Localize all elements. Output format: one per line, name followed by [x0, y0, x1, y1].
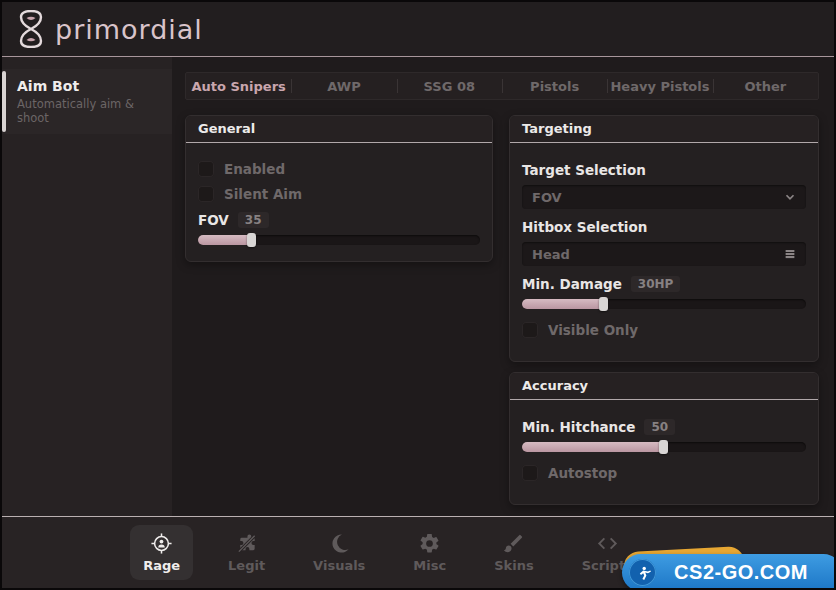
main-content: Auto Snipers AWP SSG 08 Pistols Heavy Pi… — [172, 57, 834, 516]
crosshair-person-icon — [150, 532, 173, 555]
panel-targeting: Targeting Target Selection FOV Hitbox Se… — [509, 115, 819, 362]
tab-auto-snipers[interactable]: Auto Snipers — [186, 73, 291, 99]
primordial-window: primordial Aim Bot Automatically aim & s… — [0, 0, 836, 590]
tab-ssg-08[interactable]: SSG 08 — [397, 73, 502, 99]
hitbox-selection-value: Head — [532, 247, 570, 262]
chevron-down-icon — [783, 190, 797, 204]
checkbox-silent-aim[interactable]: Silent Aim — [198, 186, 480, 202]
watermark-text: CS2-GO.COM — [674, 561, 808, 584]
tab-heavy-pistols[interactable]: Heavy Pistols — [607, 73, 712, 99]
nav-label: Rage — [143, 558, 180, 573]
checkbox-label: Enabled — [224, 161, 285, 177]
bottom-nav: Rage Legit Visuals Misc — [2, 516, 834, 588]
sidebar: Aim Bot Automatically aim & shoot — [2, 57, 172, 516]
checkbox-label: Silent Aim — [224, 186, 302, 202]
checkbox-label: Visible Only — [548, 322, 638, 338]
slider-handle[interactable] — [247, 233, 256, 247]
min-hitchance-slider[interactable] — [522, 442, 806, 452]
checkbox-box[interactable] — [198, 161, 214, 177]
min-damage-label: Min. Damage — [522, 276, 622, 292]
list-menu-icon — [783, 247, 797, 261]
hitbox-selection-dropdown[interactable]: Head — [522, 242, 806, 266]
panel-general-title: General — [186, 116, 492, 143]
checkbox-box[interactable] — [522, 322, 538, 338]
sidebar-item-title: Aim Bot — [17, 78, 160, 94]
nav-item-legit[interactable]: Legit — [215, 525, 278, 580]
puzzle-slash-icon — [235, 532, 258, 555]
tab-pistols[interactable]: Pistols — [502, 73, 607, 99]
brand-name: primordial — [55, 14, 203, 45]
nav-item-misc[interactable]: Misc — [400, 525, 459, 580]
nav-label: Legit — [228, 558, 265, 573]
column-right: Targeting Target Selection FOV Hitbox Se… — [509, 115, 819, 505]
weapon-tabs: Auto Snipers AWP SSG 08 Pistols Heavy Pi… — [185, 72, 819, 100]
column-left: General Enabled Silent Aim FOV — [185, 115, 493, 262]
moon-icon — [328, 532, 351, 555]
fov-slider[interactable] — [198, 235, 480, 245]
slider-handle[interactable] — [659, 440, 668, 454]
nav-item-visuals[interactable]: Visuals — [300, 525, 378, 580]
panel-columns: General Enabled Silent Aim FOV — [185, 115, 819, 505]
nav-item-skins[interactable]: Skins — [481, 525, 546, 580]
tab-awp[interactable]: AWP — [291, 73, 396, 99]
panel-accuracy-title: Accuracy — [510, 373, 818, 400]
min-hitchance-value-badge: 50 — [644, 419, 675, 435]
checkbox-label: Autostop — [548, 465, 617, 481]
fov-label: FOV — [198, 212, 229, 228]
code-icon — [596, 532, 619, 555]
primordial-logo-icon — [16, 10, 46, 48]
sidebar-item-subtitle: Automatically aim & shoot — [17, 97, 160, 125]
nav-label: Visuals — [313, 558, 365, 573]
checkbox-box[interactable] — [198, 186, 214, 202]
cs-player-icon — [635, 565, 651, 581]
gear-icon — [418, 532, 441, 555]
checkbox-box[interactable] — [522, 465, 538, 481]
checkbox-autostop[interactable]: Autostop — [522, 465, 806, 481]
tab-other[interactable]: Other — [713, 73, 818, 99]
target-selection-value: FOV — [532, 190, 562, 205]
slider-handle[interactable] — [599, 297, 608, 311]
target-selection-dropdown[interactable]: FOV — [522, 185, 806, 209]
checkbox-visible-only[interactable]: Visible Only — [522, 322, 806, 338]
min-damage-value-badge: 30HP — [631, 276, 681, 292]
sidebar-item-aim-bot[interactable]: Aim Bot Automatically aim & shoot — [2, 69, 172, 134]
panel-targeting-title: Targeting — [510, 116, 818, 143]
panel-general: General Enabled Silent Aim FOV — [185, 115, 493, 262]
panel-accuracy: Accuracy Min. Hitchance 50 Aut — [509, 372, 819, 505]
hitbox-selection-label: Hitbox Selection — [522, 219, 647, 235]
brush-icon — [502, 532, 525, 555]
min-hitchance-label: Min. Hitchance — [522, 419, 635, 435]
target-selection-label: Target Selection — [522, 162, 646, 178]
checkbox-enabled[interactable]: Enabled — [198, 161, 480, 177]
nav-label: Skins — [494, 558, 533, 573]
watermark-cs2go: CS2-GO.COM — [622, 554, 836, 590]
nav-item-rage[interactable]: Rage — [130, 525, 193, 580]
fov-value-badge: 35 — [238, 212, 269, 228]
window-body: Aim Bot Automatically aim & shoot Auto S… — [2, 57, 834, 516]
nav-label: Misc — [413, 558, 446, 573]
titlebar: primordial — [2, 2, 834, 57]
min-damage-slider[interactable] — [522, 299, 806, 309]
